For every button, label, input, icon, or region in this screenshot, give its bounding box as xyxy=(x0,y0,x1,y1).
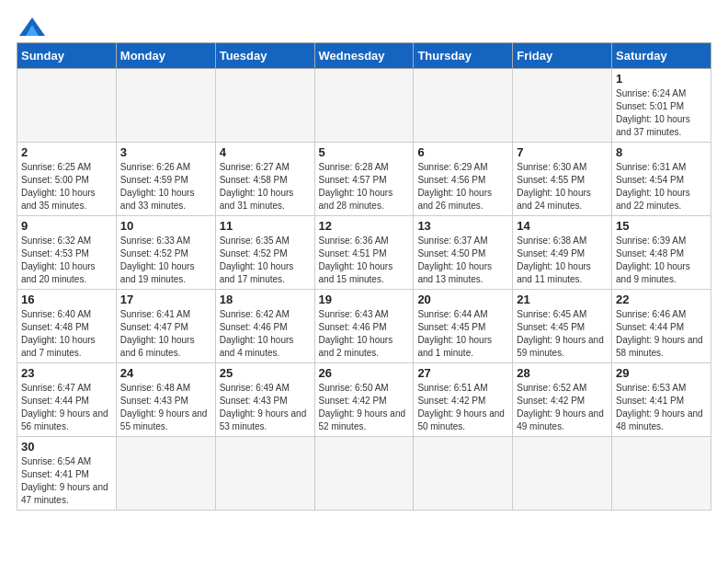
calendar-week-row: 9Sunrise: 6:32 AM Sunset: 4:53 PM Daylig… xyxy=(17,216,711,290)
weekday-header-monday: Monday xyxy=(116,43,215,69)
day-number: 20 xyxy=(417,293,508,306)
day-info: Sunrise: 6:53 AM Sunset: 4:41 PM Dayligh… xyxy=(616,382,707,433)
calendar-cell xyxy=(116,69,215,143)
day-number: 4 xyxy=(220,145,311,159)
day-number: 2 xyxy=(21,145,112,159)
day-info: Sunrise: 6:47 AM Sunset: 4:44 PM Dayligh… xyxy=(21,382,112,433)
calendar-cell: 24Sunrise: 6:48 AM Sunset: 4:43 PM Dayli… xyxy=(116,363,215,437)
calendar-cell: 6Sunrise: 6:29 AM Sunset: 4:56 PM Daylig… xyxy=(414,143,513,216)
day-number: 1 xyxy=(616,72,707,86)
calendar-cell xyxy=(513,437,612,511)
day-number: 6 xyxy=(417,145,508,159)
page: SundayMondayTuesdayWednesdayThursdayFrid… xyxy=(0,0,728,563)
calendar-cell: 5Sunrise: 6:28 AM Sunset: 4:57 PM Daylig… xyxy=(314,143,414,216)
generalblue-icon xyxy=(19,17,45,36)
calendar-cell: 7Sunrise: 6:30 AM Sunset: 4:55 PM Daylig… xyxy=(513,143,612,216)
calendar-cell: 14Sunrise: 6:38 AM Sunset: 4:49 PM Dayli… xyxy=(513,216,612,290)
weekday-header-thursday: Thursday xyxy=(414,43,513,69)
calendar-cell: 11Sunrise: 6:35 AM Sunset: 4:52 PM Dayli… xyxy=(215,216,314,290)
day-info: Sunrise: 6:48 AM Sunset: 4:43 PM Dayligh… xyxy=(120,382,211,433)
header xyxy=(17,17,711,35)
calendar-cell xyxy=(215,69,314,143)
calendar-cell: 2Sunrise: 6:25 AM Sunset: 5:00 PM Daylig… xyxy=(17,143,117,216)
day-info: Sunrise: 6:36 AM Sunset: 4:51 PM Dayligh… xyxy=(319,235,410,286)
day-number: 12 xyxy=(319,219,410,233)
calendar-cell: 26Sunrise: 6:50 AM Sunset: 4:42 PM Dayli… xyxy=(314,363,414,437)
day-number: 21 xyxy=(517,293,608,306)
day-number: 26 xyxy=(319,366,410,380)
day-info: Sunrise: 6:52 AM Sunset: 4:42 PM Dayligh… xyxy=(517,382,608,433)
day-number: 11 xyxy=(220,219,311,233)
day-info: Sunrise: 6:38 AM Sunset: 4:49 PM Dayligh… xyxy=(517,235,608,286)
day-info: Sunrise: 6:30 AM Sunset: 4:55 PM Dayligh… xyxy=(517,161,608,213)
calendar-cell: 9Sunrise: 6:32 AM Sunset: 4:53 PM Daylig… xyxy=(17,216,117,290)
day-info: Sunrise: 6:49 AM Sunset: 4:43 PM Dayligh… xyxy=(220,382,311,433)
day-number: 22 xyxy=(616,293,707,306)
calendar-cell xyxy=(314,437,414,511)
day-number: 16 xyxy=(21,293,112,306)
calendar-week-row: 2Sunrise: 6:25 AM Sunset: 5:00 PM Daylig… xyxy=(17,143,711,216)
day-info: Sunrise: 6:26 AM Sunset: 4:59 PM Dayligh… xyxy=(120,161,211,213)
day-info: Sunrise: 6:25 AM Sunset: 5:00 PM Dayligh… xyxy=(21,161,112,213)
day-info: Sunrise: 6:41 AM Sunset: 4:47 PM Dayligh… xyxy=(120,308,211,360)
day-info: Sunrise: 6:42 AM Sunset: 4:46 PM Dayligh… xyxy=(220,308,311,360)
day-number: 9 xyxy=(21,219,112,233)
day-number: 10 xyxy=(120,219,211,233)
weekday-header-friday: Friday xyxy=(513,43,612,69)
calendar-week-row: 16Sunrise: 6:40 AM Sunset: 4:48 PM Dayli… xyxy=(17,290,711,363)
calendar-cell: 15Sunrise: 6:39 AM Sunset: 4:48 PM Dayli… xyxy=(612,216,711,290)
day-number: 18 xyxy=(220,293,311,306)
weekday-header-row: SundayMondayTuesdayWednesdayThursdayFrid… xyxy=(17,43,711,69)
day-info: Sunrise: 6:44 AM Sunset: 4:45 PM Dayligh… xyxy=(417,308,508,360)
day-info: Sunrise: 6:50 AM Sunset: 4:42 PM Dayligh… xyxy=(319,382,410,433)
calendar-cell: 27Sunrise: 6:51 AM Sunset: 4:42 PM Dayli… xyxy=(414,363,513,437)
calendar-cell: 23Sunrise: 6:47 AM Sunset: 4:44 PM Dayli… xyxy=(17,363,117,437)
calendar-cell: 30Sunrise: 6:54 AM Sunset: 4:41 PM Dayli… xyxy=(17,437,117,511)
day-number: 24 xyxy=(120,366,211,380)
day-info: Sunrise: 6:29 AM Sunset: 4:56 PM Dayligh… xyxy=(417,161,508,213)
weekday-header-saturday: Saturday xyxy=(612,43,711,69)
calendar-cell: 16Sunrise: 6:40 AM Sunset: 4:48 PM Dayli… xyxy=(17,290,117,363)
calendar-cell: 12Sunrise: 6:36 AM Sunset: 4:51 PM Dayli… xyxy=(314,216,414,290)
calendar-cell xyxy=(513,69,612,143)
day-number: 19 xyxy=(319,293,410,306)
calendar-cell: 28Sunrise: 6:52 AM Sunset: 4:42 PM Dayli… xyxy=(513,363,612,437)
logo xyxy=(17,17,45,35)
day-info: Sunrise: 6:46 AM Sunset: 4:44 PM Dayligh… xyxy=(616,308,707,360)
day-info: Sunrise: 6:45 AM Sunset: 4:45 PM Dayligh… xyxy=(517,308,608,360)
calendar-cell: 10Sunrise: 6:33 AM Sunset: 4:52 PM Dayli… xyxy=(116,216,215,290)
day-info: Sunrise: 6:51 AM Sunset: 4:42 PM Dayligh… xyxy=(417,382,508,433)
calendar-cell: 3Sunrise: 6:26 AM Sunset: 4:59 PM Daylig… xyxy=(116,143,215,216)
logo-text xyxy=(17,17,45,35)
day-info: Sunrise: 6:31 AM Sunset: 4:54 PM Dayligh… xyxy=(616,161,707,213)
day-info: Sunrise: 6:39 AM Sunset: 4:48 PM Dayligh… xyxy=(616,235,707,286)
day-number: 14 xyxy=(517,219,608,233)
day-number: 27 xyxy=(417,366,508,380)
calendar-cell xyxy=(612,437,711,511)
calendar-cell: 21Sunrise: 6:45 AM Sunset: 4:45 PM Dayli… xyxy=(513,290,612,363)
calendar-cell: 20Sunrise: 6:44 AM Sunset: 4:45 PM Dayli… xyxy=(414,290,513,363)
calendar-cell: 29Sunrise: 6:53 AM Sunset: 4:41 PM Dayli… xyxy=(612,363,711,437)
calendar-week-row: 1Sunrise: 6:24 AM Sunset: 5:01 PM Daylig… xyxy=(17,69,711,143)
day-number: 25 xyxy=(220,366,311,380)
day-number: 29 xyxy=(616,366,707,380)
calendar-table: SundayMondayTuesdayWednesdayThursdayFrid… xyxy=(17,42,711,511)
weekday-header-wednesday: Wednesday xyxy=(314,43,414,69)
day-info: Sunrise: 6:24 AM Sunset: 5:01 PM Dayligh… xyxy=(616,87,707,139)
calendar-cell: 17Sunrise: 6:41 AM Sunset: 4:47 PM Dayli… xyxy=(116,290,215,363)
calendar-cell: 19Sunrise: 6:43 AM Sunset: 4:46 PM Dayli… xyxy=(314,290,414,363)
day-number: 7 xyxy=(517,145,608,159)
calendar-cell xyxy=(215,437,314,511)
day-info: Sunrise: 6:54 AM Sunset: 4:41 PM Dayligh… xyxy=(21,455,112,507)
day-info: Sunrise: 6:33 AM Sunset: 4:52 PM Dayligh… xyxy=(120,235,211,286)
day-number: 15 xyxy=(616,219,707,233)
day-info: Sunrise: 6:27 AM Sunset: 4:58 PM Dayligh… xyxy=(220,161,311,213)
calendar-cell: 13Sunrise: 6:37 AM Sunset: 4:50 PM Dayli… xyxy=(414,216,513,290)
day-number: 5 xyxy=(319,145,410,159)
day-info: Sunrise: 6:37 AM Sunset: 4:50 PM Dayligh… xyxy=(417,235,508,286)
calendar-cell: 18Sunrise: 6:42 AM Sunset: 4:46 PM Dayli… xyxy=(215,290,314,363)
calendar-cell: 8Sunrise: 6:31 AM Sunset: 4:54 PM Daylig… xyxy=(612,143,711,216)
calendar-cell xyxy=(116,437,215,511)
day-number: 8 xyxy=(616,145,707,159)
day-number: 30 xyxy=(21,440,112,454)
